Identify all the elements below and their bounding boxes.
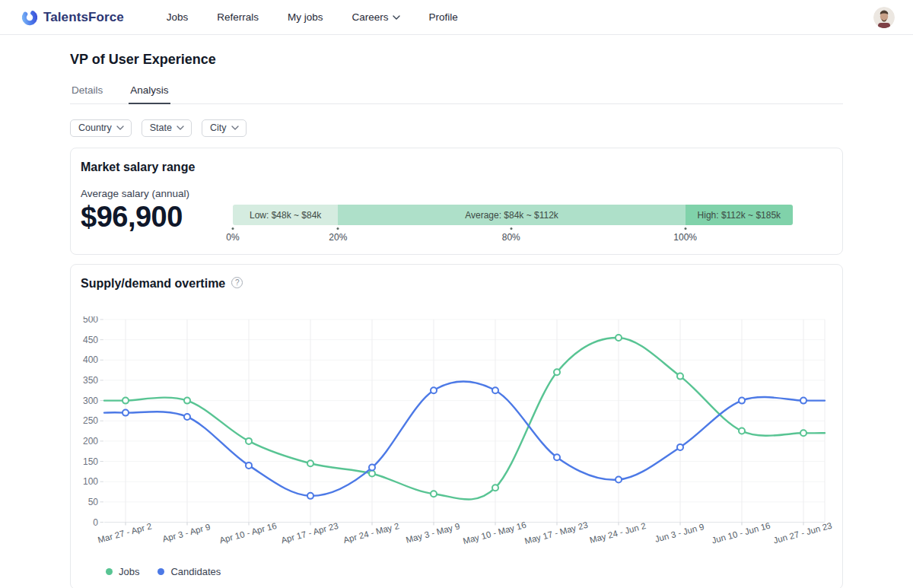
salary-bar-track: Low: $48k ~ $84kAverage: $84k ~ $112kHig…	[233, 205, 793, 225]
market-salary-card: Market salary range Average salary (annu…	[70, 148, 843, 255]
x-axis-label: Apr 17 - Apr 23	[280, 521, 339, 545]
average-salary-value: $96,900	[81, 201, 233, 234]
salary-card-title: Market salary range	[81, 158, 832, 174]
nav-item-jobs[interactable]: Jobs	[167, 11, 189, 23]
y-axis-label: 200	[83, 436, 98, 447]
chart-card-title: Supply/demand overtime	[81, 275, 225, 291]
candidates-point	[184, 414, 190, 420]
y-axis-label: 0	[93, 517, 98, 528]
legend-item-jobs[interactable]: Jobs	[106, 566, 139, 577]
tab-details[interactable]: Details	[70, 80, 104, 103]
candidates-point	[307, 493, 313, 499]
brand-name: TalentsForce	[43, 10, 124, 25]
y-axis-label: 450	[83, 335, 98, 345]
salary-segment-low: Low: $48k ~ $84k	[233, 205, 338, 225]
salary-tick-dot	[684, 227, 686, 230]
candidates-point	[369, 465, 375, 471]
x-axis-label: Apr 24 - May 2	[342, 521, 400, 545]
filter-bar: Country State City	[70, 119, 843, 137]
salary-segment-average: Average: $84k ~ $112k	[338, 205, 685, 225]
salary-tick-label: 100%	[673, 232, 697, 243]
jobs-legend-dot	[106, 568, 113, 575]
candidates-legend-label: Candidates	[170, 566, 221, 577]
y-axis-label: 250	[83, 415, 98, 426]
tab-analysis[interactable]: Analysis	[129, 80, 170, 104]
salary-tick-label: 20%	[329, 232, 347, 243]
user-avatar[interactable]	[873, 7, 895, 28]
nav-item-referrals[interactable]: Referrals	[217, 11, 259, 23]
supply-demand-svg: 050100150200250300350400450500Mar 27 - A…	[81, 316, 834, 558]
salary-segment-low-label: Low: $48k ~ $84k	[250, 210, 321, 221]
chart-legend: Jobs Candidates	[106, 566, 832, 577]
candidates-line	[104, 381, 825, 495]
candidates-legend-dot	[157, 568, 164, 575]
x-axis-label: May 17 - May 23	[523, 520, 589, 546]
y-axis-label: 500	[83, 316, 98, 325]
jobs-point	[369, 471, 375, 477]
salary-tick-dot	[232, 227, 234, 230]
salary-tick-dot	[510, 227, 512, 230]
main-content: VP of User Experience Details Analysis C…	[0, 52, 913, 588]
supply-demand-chart: 050100150200250300350400450500Mar 27 - A…	[81, 316, 832, 561]
state-filter-dropdown[interactable]: State	[142, 119, 192, 137]
salary-segment-high-label: High: $112k ~ $185k	[698, 210, 781, 221]
help-icon[interactable]: ?	[231, 277, 243, 288]
candidates-point	[122, 410, 129, 416]
nav-links: Jobs Referrals My jobs Careers Profile	[167, 11, 458, 23]
y-axis-label: 150	[83, 456, 98, 467]
candidates-point	[492, 387, 498, 393]
nav-item-careers[interactable]: Careers	[352, 11, 400, 23]
candidates-point	[554, 454, 560, 460]
jobs-point	[677, 373, 683, 380]
city-filter-dropdown[interactable]: City	[202, 119, 247, 137]
jobs-point	[739, 428, 745, 434]
legend-item-candidates[interactable]: Candidates	[157, 566, 221, 577]
salary-tick-label: 80%	[502, 232, 520, 243]
brand-logo[interactable]: TalentsForce	[21, 9, 124, 26]
jobs-point	[246, 438, 252, 444]
x-axis-label: Jun 3 - Jun 9	[654, 522, 705, 544]
jobs-point	[492, 485, 498, 491]
supply-demand-card: Supply/demand overtime ? 050100150200250…	[70, 264, 843, 588]
x-axis-label: Jun 27 - Jun 23	[772, 521, 833, 545]
salary-segment-average-label: Average: $84k ~ $112k	[465, 210, 558, 221]
candidates-point	[800, 398, 806, 404]
jobs-point	[616, 335, 622, 341]
candidates-point	[739, 398, 745, 404]
nav-item-my-jobs[interactable]: My jobs	[288, 11, 323, 23]
jobs-legend-label: Jobs	[119, 566, 139, 577]
y-axis-label: 100	[83, 476, 98, 487]
average-salary-label: Average salary (annual)	[81, 188, 233, 199]
tab-bar: Details Analysis	[70, 80, 843, 104]
chevron-down-icon	[177, 126, 184, 130]
chevron-down-icon	[116, 126, 124, 130]
country-filter-dropdown[interactable]: Country	[70, 119, 132, 137]
jobs-point	[184, 398, 190, 404]
salary-tick-dot	[337, 227, 339, 230]
chevron-down-icon	[393, 15, 400, 20]
x-axis-label: Apr 10 - Apr 16	[218, 521, 278, 545]
jobs-point	[431, 491, 437, 497]
jobs-line	[104, 338, 825, 500]
nav-item-profile[interactable]: Profile	[429, 11, 458, 23]
talentsforce-logo-icon	[21, 9, 38, 26]
salary-tick-label: 0%	[226, 232, 239, 243]
candidates-point	[246, 462, 252, 469]
jobs-point	[800, 430, 806, 436]
salary-segment-high: High: $112k ~ $185k	[686, 205, 793, 225]
y-axis-label: 300	[83, 396, 98, 406]
top-nav: TalentsForce Jobs Referrals My jobs Care…	[0, 0, 913, 35]
candidates-point	[616, 477, 622, 483]
y-axis-label: 400	[83, 354, 98, 365]
salary-range-bar: Low: $48k ~ $84kAverage: $84k ~ $112kHig…	[233, 205, 793, 244]
x-axis-label: May 24 - Jun 2	[589, 521, 647, 545]
candidates-point	[431, 387, 437, 393]
y-axis-label: 350	[83, 375, 98, 386]
x-axis-label: Mar 27 - Apr 2	[97, 521, 152, 544]
x-axis-label: May 10 - May 16	[462, 520, 527, 546]
jobs-point	[554, 369, 560, 375]
page-title: VP of User Experience	[70, 52, 843, 68]
y-axis-label: 50	[88, 497, 99, 507]
candidates-point	[677, 444, 683, 450]
jobs-point	[307, 460, 313, 466]
